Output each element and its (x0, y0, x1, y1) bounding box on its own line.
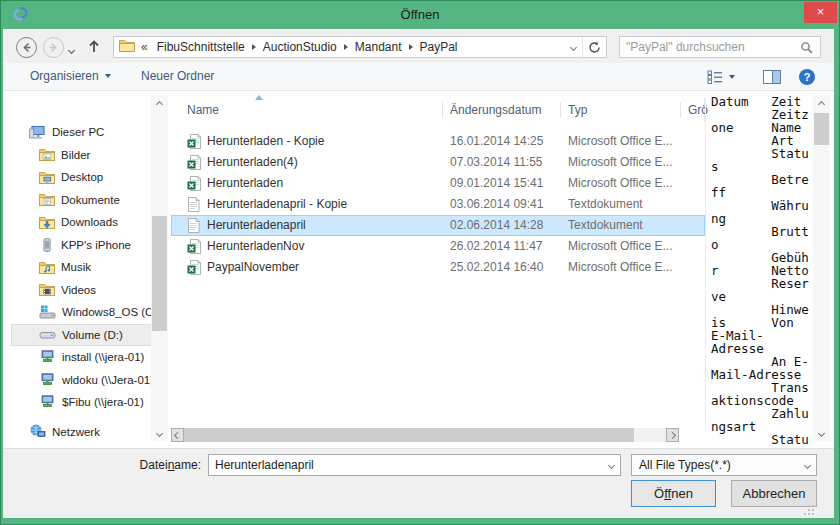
breadcrumb-segment[interactable]: FibuSchnittstelle (150, 37, 252, 57)
sidebar-item-netzwerk[interactable]: Netzwerk (11, 421, 152, 444)
table-row[interactable]: Herunterladenapril - Kopie 03.06.2014 09… (171, 194, 705, 215)
details-view-icon (707, 70, 723, 84)
open-button[interactable]: Öffnen (631, 480, 716, 507)
breadcrumb-segment[interactable]: PayPal (413, 37, 465, 57)
table-row[interactable]: PaypalNovember 25.02.2014 16:40 Microsof… (171, 257, 705, 278)
column-divider[interactable] (560, 102, 561, 118)
breadcrumb-segment[interactable]: Mandant (348, 37, 409, 57)
file-name: PaypalNovember (207, 260, 299, 274)
refresh-icon (588, 41, 601, 54)
forward-button[interactable] (43, 37, 64, 58)
network-drive-icon (39, 395, 56, 409)
help-button[interactable]: ? (799, 69, 815, 85)
windows-drive-icon (39, 305, 56, 319)
excel-file-icon (187, 134, 201, 152)
column-headers: Name Änderungsdatum Typ Grö (171, 98, 705, 122)
breadcrumb: « FibuSchnittstelle AuctionStudio Mandan… (113, 36, 607, 58)
table-row[interactable]: Herunterladen - Kopie 16.01.2014 14:25 M… (171, 131, 705, 152)
table-row-selected[interactable]: Herunterladenapril 02.06.2014 14:28 Text… (171, 215, 705, 236)
file-date: 07.03.2014 11:55 (450, 155, 543, 169)
music-folder-icon (39, 261, 55, 274)
breadcrumb-overflow[interactable]: « (135, 37, 150, 57)
sidebar-item-desktop[interactable]: Desktop (11, 166, 152, 189)
table-row[interactable]: Herunterladen 09.01.2014 15:41 Microsoft… (171, 173, 705, 194)
open-button-pre: Ö (654, 486, 664, 501)
file-name: Herunterladen(4) (207, 155, 298, 169)
sidebar-item-volume-d[interactable]: Volume (D:) (11, 324, 152, 347)
file-list-horizontal-scrollbar[interactable] (171, 428, 679, 442)
preview-pane-button[interactable] (763, 70, 781, 84)
file-type: Textdokument (568, 218, 643, 232)
file-date: 09.01.2014 15:41 (450, 176, 543, 190)
file-list: Herunterladen - Kopie 16.01.2014 14:25 M… (171, 131, 705, 278)
filename-dropdown-chevron[interactable] (602, 455, 620, 475)
file-type: Microsoft Office E... (568, 155, 672, 169)
organize-menu-button[interactable]: Organisieren (30, 69, 111, 83)
breadcrumb-segment[interactable]: AuctionStudio (256, 37, 344, 57)
scroll-down-button[interactable] (151, 425, 168, 441)
scroll-up-button[interactable] (813, 96, 830, 112)
table-row[interactable]: Herunterladen(4) 07.03.2014 11:55 Micros… (171, 152, 705, 173)
sidebar-item-install-share[interactable]: install (\\jera-01) (11, 346, 152, 369)
sidebar-item-windows8-os[interactable]: Windows8_OS (C:) (11, 301, 152, 324)
sidebar-item-bilder[interactable]: Bilder (11, 144, 152, 167)
new-folder-button[interactable]: Neuer Ordner (141, 69, 214, 83)
close-button[interactable]: × (804, 2, 837, 23)
column-divider[interactable] (680, 102, 681, 118)
sidebar-item-wldoku-share[interactable]: wldoku (\\Jera-01) (11, 369, 152, 392)
scroll-left-button[interactable] (171, 428, 184, 442)
cancel-button[interactable]: Abbrechen (731, 480, 817, 507)
sidebar-item-videos[interactable]: Videos (11, 279, 152, 302)
up-button[interactable] (87, 37, 101, 58)
column-header-type[interactable]: Typ (568, 103, 587, 117)
refresh-button[interactable] (582, 37, 606, 57)
file-date: 02.06.2014 14:28 (450, 218, 543, 232)
sidebar-item-dokumente[interactable]: Dokumente (11, 189, 152, 212)
excel-file-icon (187, 239, 201, 257)
scroll-down-button[interactable] (813, 425, 830, 441)
sidebar-item-label: Dokumente (61, 194, 120, 206)
sidebar-item-label: KPP's iPhone (61, 239, 131, 251)
address-folder-icon (119, 39, 135, 55)
dialog-content: Dieser PC Bilder Desktop (3, 91, 834, 448)
network-drive-icon (39, 373, 56, 387)
file-name: HerunterladenNov (207, 239, 304, 253)
help-icon: ? (799, 69, 815, 85)
file-type: Microsoft Office E... (568, 260, 672, 274)
filename-label: Dateiname: (63, 458, 201, 472)
file-type: Microsoft Office E... (568, 176, 672, 190)
column-divider[interactable] (442, 102, 443, 118)
column-header-date[interactable]: Änderungsdatum (450, 103, 541, 117)
filetype-combobox[interactable]: All File Types(*.*) (631, 454, 817, 476)
view-mode-button[interactable] (707, 70, 735, 84)
sidebar-item-downloads[interactable]: Downloads (11, 211, 152, 234)
scrollbar-thumb[interactable] (152, 216, 167, 331)
filename-input[interactable] (215, 456, 585, 474)
search-icon[interactable] (800, 41, 814, 58)
scroll-right-button[interactable] (666, 428, 679, 442)
scroll-up-button[interactable] (151, 96, 168, 112)
downloads-folder-icon (39, 216, 55, 229)
sidebar-item-dieser-pc[interactable]: Dieser PC (11, 121, 152, 144)
sidebar-item-kpps-iphone[interactable]: KPP's iPhone (11, 234, 152, 257)
sort-ascending-icon[interactable] (255, 95, 263, 100)
sidebar-item-musik[interactable]: Musik (11, 256, 152, 279)
sidebar-item-fibu-share[interactable]: $Fibu (\\jera-01) (11, 391, 152, 414)
column-header-name[interactable]: Name (187, 103, 219, 117)
resize-grip-icon[interactable] (803, 504, 815, 516)
search-input[interactable] (626, 38, 794, 56)
scrollbar-thumb[interactable] (184, 428, 634, 442)
address-dropdown-chevron[interactable] (564, 45, 582, 50)
preview-scrollbar[interactable] (813, 96, 830, 441)
sidebar-scrollbar[interactable] (151, 96, 168, 441)
back-button[interactable] (16, 37, 37, 58)
recent-locations-chevron[interactable] (69, 42, 74, 56)
sidebar-item-label: $Fibu (\\jera-01) (62, 396, 144, 408)
desktop-folder-icon (39, 171, 55, 184)
file-name: Herunterladenapril (207, 218, 306, 232)
scrollbar-thumb[interactable] (814, 113, 829, 145)
open-dialog-window: Öffnen × « (0, 0, 840, 525)
computer-icon (29, 125, 46, 140)
open-button-post: nen (671, 486, 693, 501)
table-row[interactable]: HerunterladenNov 26.02.2014 11:47 Micros… (171, 236, 705, 257)
